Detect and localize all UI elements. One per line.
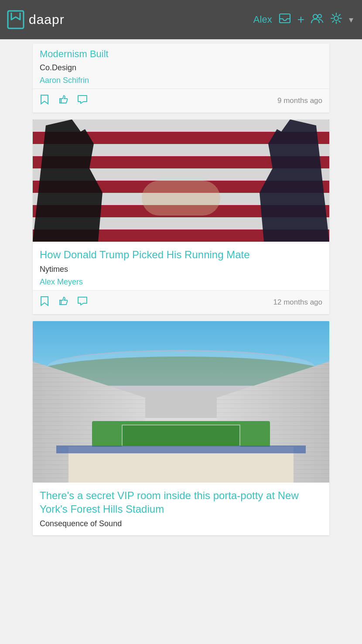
stadium-card-source: Consequence of Sound (40, 519, 322, 528)
card-partial-body: Modernism Built Co.Design Aaron Schifrin (33, 48, 329, 89)
card-partial-footer: 9 months ago (33, 89, 329, 113)
trump-card-footer: 12 months ago (33, 290, 329, 314)
card-partial-title[interactable]: Modernism Built (40, 48, 322, 61)
trump-like-icon[interactable] (58, 296, 68, 308)
settings-icon[interactable] (330, 12, 343, 28)
stadium-card-body: There's a secret VIP room inside this po… (33, 483, 329, 535)
svg-rect-0 (8, 11, 24, 28)
trump-card-title[interactable]: How Donald Trump Picked His Running Mate (40, 248, 322, 261)
chevron-down-icon[interactable]: ▾ (349, 14, 353, 25)
app-header: daapr Alex + ▾ (0, 0, 362, 39)
inbox-icon[interactable] (278, 12, 291, 28)
users-icon[interactable] (311, 12, 324, 28)
like-icon[interactable] (58, 95, 68, 107)
trump-save-icon[interactable] (40, 296, 49, 309)
logo-icon (7, 10, 24, 29)
header-username: Alex (253, 14, 272, 25)
logo-text: daapr (29, 12, 65, 27)
stadium-card-image (33, 321, 329, 483)
trump-card-time: 12 months ago (273, 298, 322, 307)
card-partial-time: 9 months ago (277, 96, 322, 105)
card-trump: How Donald Trump Picked His Running Mate… (33, 120, 329, 314)
header-nav: Alex + ▾ (253, 12, 353, 28)
svg-point-4 (334, 16, 338, 21)
card-stadium: There's a secret VIP room inside this po… (33, 321, 329, 535)
trump-comment-icon[interactable] (77, 296, 88, 308)
add-icon[interactable]: + (297, 13, 304, 27)
comment-icon[interactable] (77, 95, 88, 107)
trump-card-source: Nytimes (40, 265, 322, 274)
main-content: Modernism Built Co.Design Aaron Schifrin (0, 39, 362, 547)
card-partial-source: Co.Design (40, 63, 322, 72)
logo-area[interactable]: daapr (7, 10, 65, 29)
trump-card-body: How Donald Trump Picked His Running Mate… (33, 242, 329, 290)
card-partial-author[interactable]: Aaron Schifrin (40, 76, 322, 85)
trump-card-image (33, 120, 329, 242)
trump-card-author[interactable]: Alex Meyers (40, 277, 322, 287)
save-icon[interactable] (40, 94, 49, 107)
svg-point-3 (318, 14, 321, 18)
svg-point-2 (313, 14, 318, 19)
card-partial-actions (40, 94, 88, 107)
card-partial: Modernism Built Co.Design Aaron Schifrin (33, 44, 329, 113)
stadium-card-title[interactable]: There's a secret VIP room inside this po… (40, 489, 322, 516)
trump-card-actions (40, 296, 88, 309)
